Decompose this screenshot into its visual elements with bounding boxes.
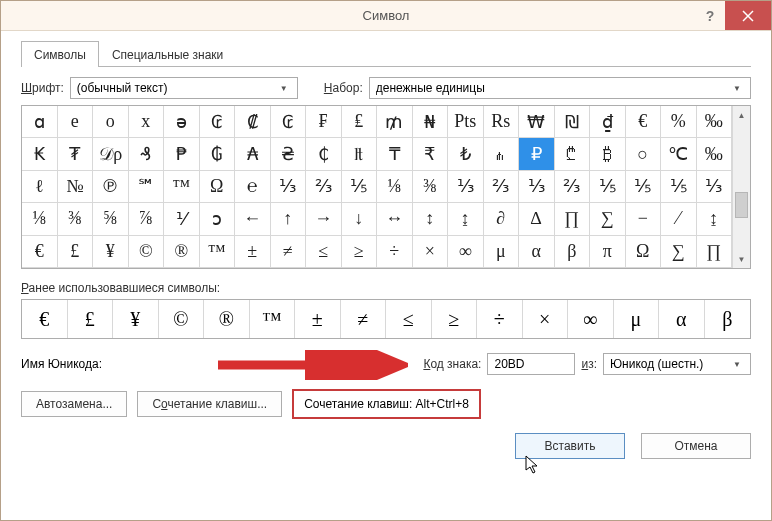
grid-cell[interactable]: ∞ [448, 236, 484, 268]
grid-cell[interactable]: № [58, 171, 94, 203]
recent-cell[interactable]: ÷ [477, 300, 523, 338]
grid-cell[interactable]: ₦ [413, 106, 449, 138]
grid-cell[interactable]: ‰ [697, 138, 733, 170]
tab-special[interactable]: Специальные знаки [99, 41, 236, 67]
grid-cell[interactable]: μ [484, 236, 520, 268]
from-combo[interactable]: Юникод (шестн.) ▼ [603, 353, 751, 375]
grid-cell[interactable]: ₢ [271, 106, 307, 138]
grid-cell[interactable]: ¥ [93, 236, 129, 268]
close-button[interactable] [725, 1, 771, 30]
grid-cell[interactable]: Ω [626, 236, 662, 268]
recent-cell[interactable]: β [705, 300, 751, 338]
grid-cell[interactable]: ⅝ [93, 203, 129, 235]
recent-cell[interactable]: μ [614, 300, 660, 338]
autocorrect-button[interactable]: Автозамена... [21, 391, 127, 417]
grid-cell[interactable]: € [22, 236, 58, 268]
grid-cell[interactable]: ↄ [200, 203, 236, 235]
grid-cell[interactable]: ‰ [697, 106, 733, 138]
grid-cell[interactable]: ℮ [235, 171, 271, 203]
grid-cell[interactable]: ∕ [661, 203, 697, 235]
grid-cell[interactable]: x [129, 106, 165, 138]
grid-cell[interactable]: ® [164, 236, 200, 268]
recent-cell[interactable]: £ [68, 300, 114, 338]
grid-cell[interactable]: ⅕ [626, 171, 662, 203]
grid-cell[interactable]: ≥ [342, 236, 378, 268]
grid-cell[interactable]: ⅜ [58, 203, 94, 235]
scroll-up-icon[interactable]: ▲ [733, 106, 750, 124]
grid-cell[interactable]: ∂ [484, 203, 520, 235]
font-combo[interactable]: (обычный текст) ▼ [70, 77, 298, 99]
grid-cell[interactable]: ÷ [377, 236, 413, 268]
recent-cell[interactable]: ≥ [432, 300, 478, 338]
grid-cell[interactable]: ⅛ [377, 171, 413, 203]
grid-cell[interactable]: ∑ [590, 203, 626, 235]
grid-cell[interactable]: ⅕ [661, 171, 697, 203]
grid-cell[interactable]: e [58, 106, 94, 138]
grid-cell[interactable]: ₥ [377, 106, 413, 138]
grid-cell[interactable]: ₵ [306, 138, 342, 170]
grid-cell[interactable]: ₼ [484, 138, 520, 170]
grid-cell[interactable]: Pts [448, 106, 484, 138]
grid-cell[interactable]: ± [235, 236, 271, 268]
grid-cell[interactable]: ə [164, 106, 200, 138]
recent-cell[interactable]: ≠ [341, 300, 387, 338]
grid-cell[interactable]: ≤ [306, 236, 342, 268]
grid-cell[interactable]: ₱ [164, 138, 200, 170]
grid-cell[interactable]: × [413, 236, 449, 268]
grid-cell[interactable]: ⅓ [519, 171, 555, 203]
char-code-input[interactable]: 20BD [487, 353, 575, 375]
recent-cell[interactable]: ≤ [386, 300, 432, 338]
grid-cell[interactable]: ₢ [200, 106, 236, 138]
grid-cell[interactable]: ₴ [271, 138, 307, 170]
grid-cell[interactable]: ⅓ [271, 171, 307, 203]
grid-cell[interactable]: ⅞ [129, 203, 165, 235]
grid-cell[interactable]: ⅕ [590, 171, 626, 203]
grid-cell[interactable]: Ω [200, 171, 236, 203]
grid-cell[interactable]: ₽ [519, 138, 555, 170]
grid-cell[interactable]: ○ [626, 138, 662, 170]
grid-cell[interactable]: ⅜ [413, 171, 449, 203]
grid-cell[interactable]: ↕ [413, 203, 449, 235]
recent-cell[interactable]: ™ [250, 300, 296, 338]
grid-cell[interactable]: ⅔ [484, 171, 520, 203]
recent-cell[interactable]: ® [204, 300, 250, 338]
shortcut-key-button[interactable]: Сочетание клавиш... [137, 391, 282, 417]
grid-cell[interactable]: ⅓ [448, 171, 484, 203]
grid-cell[interactable]: ↓ [342, 203, 378, 235]
grid-cell[interactable]: ₶ [342, 138, 378, 170]
character-grid[interactable]: ɑeoxə₢₡₢₣₤₥₦PtsRs₩₪₫€%‰₭₮𝒟ρ₰₱₲₳₴₵₶₸₹₺₼₽₾… [22, 106, 732, 268]
grid-cell[interactable]: ₡ [235, 106, 271, 138]
grid-cell[interactable]: ⅔ [306, 171, 342, 203]
recent-cell[interactable]: € [22, 300, 68, 338]
grid-cell[interactable]: ⅟ [164, 203, 200, 235]
recent-cell[interactable]: ± [295, 300, 341, 338]
grid-cell[interactable]: ∆ [519, 203, 555, 235]
grid-cell[interactable]: Rs [484, 106, 520, 138]
grid-cell[interactable]: ↔ [377, 203, 413, 235]
grid-cell[interactable]: ↨ [697, 203, 733, 235]
grid-cell[interactable]: ₫ [590, 106, 626, 138]
grid-cell[interactable]: ⅕ [342, 171, 378, 203]
scroll-down-icon[interactable]: ▼ [733, 250, 750, 268]
grid-cell[interactable]: ɑ [22, 106, 58, 138]
grid-cell[interactable]: £ [58, 236, 94, 268]
scroll-thumb[interactable] [735, 192, 748, 218]
recent-cell[interactable]: α [659, 300, 705, 338]
grid-cell[interactable]: π [590, 236, 626, 268]
grid-cell[interactable]: ⅔ [555, 171, 591, 203]
grid-cell[interactable]: ₹ [413, 138, 449, 170]
grid-cell[interactable]: ₳ [235, 138, 271, 170]
grid-cell[interactable]: ₸ [377, 138, 413, 170]
insert-button[interactable]: Вставить [515, 433, 625, 459]
grid-cell[interactable]: o [93, 106, 129, 138]
grid-cell[interactable]: % [661, 106, 697, 138]
grid-cell[interactable]: € [626, 106, 662, 138]
grid-cell[interactable]: ₾ [555, 138, 591, 170]
grid-scrollbar[interactable]: ▲ ▼ [732, 106, 750, 268]
help-button[interactable]: ? [695, 1, 725, 30]
grid-cell[interactable]: ∑ [661, 236, 697, 268]
grid-cell[interactable]: ℃ [661, 138, 697, 170]
grid-cell[interactable]: ™ [200, 236, 236, 268]
grid-cell[interactable]: ⅓ [697, 171, 733, 203]
grid-cell[interactable]: ↨ [448, 203, 484, 235]
